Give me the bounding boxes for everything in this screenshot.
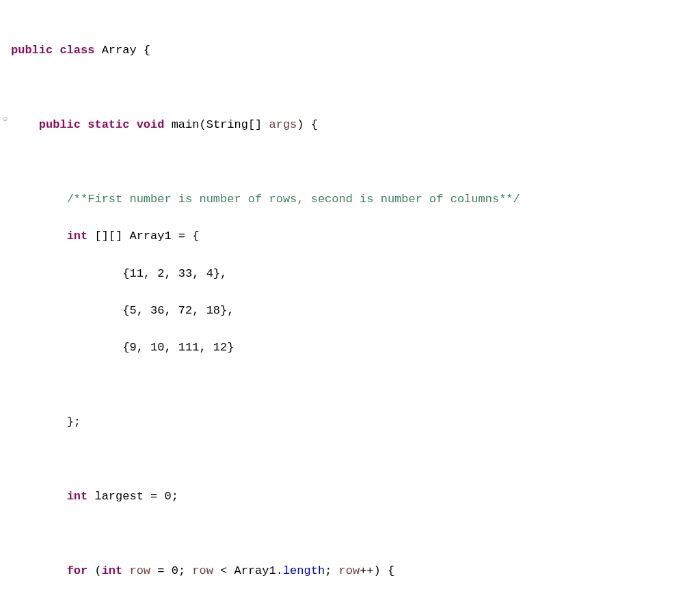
- code-line: [4, 376, 700, 394]
- code-line: [4, 153, 700, 171]
- kw-class: class: [59, 44, 94, 57]
- code-line: [4, 598, 700, 606]
- brace: {: [144, 44, 150, 57]
- array-literal-row: {11, 2, 33, 4},: [122, 267, 227, 280]
- var-array1: Array1: [129, 230, 171, 243]
- code-line: {9, 10, 111, 12}: [4, 338, 700, 357]
- field-length: length: [283, 564, 325, 577]
- class-name: Array: [102, 44, 137, 57]
- kw-public: public: [11, 44, 53, 57]
- code-line: {5, 36, 72, 18},: [4, 301, 700, 320]
- kw-int: int: [67, 490, 88, 503]
- code-editor[interactable]: public class Array { ⊝ public static voi…: [0, 0, 700, 606]
- code-line: /**First number is number of rows, secon…: [4, 190, 700, 208]
- gutter-collapse-icon[interactable]: ⊝: [3, 115, 8, 124]
- num-zero: 0: [164, 490, 171, 503]
- array-literal-row: {5, 36, 72, 18},: [122, 304, 234, 317]
- kw-static: static: [88, 118, 129, 131]
- kw-for: for: [67, 564, 88, 577]
- kw-public: public: [39, 118, 81, 131]
- code-line: };: [4, 413, 700, 431]
- code-line: public class Array {: [4, 41, 700, 59]
- kw-void: void: [137, 118, 165, 131]
- code-line: int largest = 0;: [4, 487, 700, 506]
- param-args: args: [269, 118, 297, 131]
- code-line: ⊝ public static void main(String[] args)…: [4, 115, 700, 134]
- comment: /**First number is number of rows, secon…: [67, 193, 520, 206]
- array-literal-row: {9, 10, 111, 12}: [122, 341, 234, 354]
- code-line: for (int row = 0; row < Array1.length; r…: [4, 562, 700, 580]
- code-line: {11, 2, 33, 4},: [4, 264, 700, 283]
- code-line: [4, 79, 700, 97]
- var-row: row: [129, 564, 150, 577]
- method-name: main: [172, 118, 200, 131]
- kw-int: int: [67, 230, 88, 243]
- var-largest: largest: [94, 490, 143, 503]
- type-string: String: [206, 118, 248, 131]
- code-line: int [][] Array1 = {: [4, 227, 700, 245]
- code-line: [4, 524, 700, 542]
- code-line: [4, 450, 700, 469]
